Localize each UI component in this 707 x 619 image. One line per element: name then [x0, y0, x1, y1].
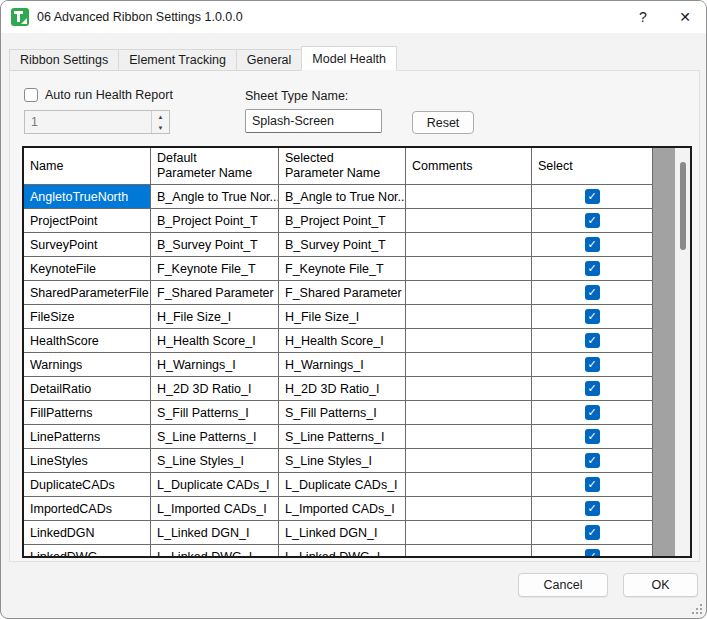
- cell-comments[interactable]: [406, 281, 532, 305]
- titlebar[interactable]: 06 Advanced Ribbon Settings 1.0.0.0 ? ✕: [1, 1, 706, 33]
- cell-name[interactable]: FillPatterns: [24, 401, 151, 425]
- cell-name[interactable]: FileSize: [24, 305, 151, 329]
- cell-comments[interactable]: [406, 185, 532, 209]
- tab-element-tracking[interactable]: Element Tracking: [118, 49, 237, 71]
- vertical-scrollbar[interactable]: [675, 148, 690, 556]
- cancel-button[interactable]: Cancel: [518, 573, 608, 597]
- table-row[interactable]: LineStylesS_Line Styles_IS_Line Styles_I…: [24, 449, 690, 473]
- cell-name[interactable]: SurveyPoint: [24, 233, 151, 257]
- cell-selected-parameter-name[interactable]: L_Linked DGN_I: [279, 521, 406, 545]
- cell-default-parameter-name[interactable]: S_Line Styles_I: [151, 449, 279, 473]
- row-select-checkbox[interactable]: ✓: [585, 237, 600, 252]
- cell-comments[interactable]: [406, 449, 532, 473]
- tab-ribbon-settings[interactable]: Ribbon Settings: [9, 49, 119, 71]
- cell-comments[interactable]: [406, 545, 532, 558]
- cell-selected-parameter-name[interactable]: S_Line Styles_I: [279, 449, 406, 473]
- row-select-checkbox[interactable]: ✓: [585, 261, 600, 276]
- sheet-type-name-input[interactable]: [245, 109, 382, 133]
- auto-run-checkbox[interactable]: Auto run Health Report: [24, 88, 173, 102]
- cell-comments[interactable]: [406, 425, 532, 449]
- table-row[interactable]: WarningsH_Warnings_IH_Warnings_I✓: [24, 353, 690, 377]
- header-cell-comments[interactable]: Comments: [406, 148, 532, 185]
- table-row[interactable]: AngletoTrueNorthB_Angle to True Nor...B_…: [24, 185, 690, 209]
- table-row[interactable]: FillPatternsS_Fill Patterns_IS_Fill Patt…: [24, 401, 690, 425]
- cell-default-parameter-name[interactable]: L_Linked DWG_I: [151, 545, 279, 558]
- cell-name[interactable]: Warnings: [24, 353, 151, 377]
- row-select-checkbox[interactable]: ✓: [585, 357, 600, 372]
- table-row[interactable]: LinePatternsS_Line Patterns_IS_Line Patt…: [24, 425, 690, 449]
- cell-selected-parameter-name[interactable]: H_Warnings_I: [279, 353, 406, 377]
- cell-name[interactable]: ProjectPoint: [24, 209, 151, 233]
- table-row[interactable]: LinkedDGNL_Linked DGN_IL_Linked DGN_I✓: [24, 521, 690, 545]
- table-row[interactable]: ProjectPointB_Project Point_TB_Project P…: [24, 209, 690, 233]
- cell-default-parameter-name[interactable]: S_Fill Patterns_I: [151, 401, 279, 425]
- cell-selected-parameter-name[interactable]: F_Keynote File_T: [279, 257, 406, 281]
- spinner-down-button[interactable]: ▼: [152, 122, 169, 133]
- row-select-checkbox[interactable]: ✓: [585, 309, 600, 324]
- tab-model-health[interactable]: Model Health: [301, 46, 397, 71]
- cell-comments[interactable]: [406, 473, 532, 497]
- cell-default-parameter-name[interactable]: H_Warnings_I: [151, 353, 279, 377]
- ok-button[interactable]: OK: [623, 573, 698, 597]
- cell-default-parameter-name[interactable]: L_Imported CADs_I: [151, 497, 279, 521]
- header-cell-selected-parameter-name[interactable]: Selected Parameter Name: [279, 148, 406, 185]
- cell-selected-parameter-name[interactable]: B_Angle to True Nor...: [279, 185, 406, 209]
- header-cell-name[interactable]: Name: [24, 148, 151, 185]
- cell-comments[interactable]: [406, 353, 532, 377]
- cell-comments[interactable]: [406, 497, 532, 521]
- row-select-checkbox[interactable]: ✓: [585, 285, 600, 300]
- cell-comments[interactable]: [406, 257, 532, 281]
- row-select-checkbox[interactable]: ✓: [585, 477, 600, 492]
- row-select-checkbox[interactable]: ✓: [585, 525, 600, 540]
- row-select-checkbox[interactable]: ✓: [585, 189, 600, 204]
- row-select-checkbox[interactable]: ✓: [585, 549, 600, 558]
- cell-default-parameter-name[interactable]: H_File Size_I: [151, 305, 279, 329]
- cell-name[interactable]: LineStyles: [24, 449, 151, 473]
- table-row[interactable]: KeynoteFileF_Keynote File_TF_Keynote Fil…: [24, 257, 690, 281]
- row-select-checkbox[interactable]: ✓: [585, 453, 600, 468]
- cell-name[interactable]: SharedParameterFile: [24, 281, 151, 305]
- cell-default-parameter-name[interactable]: L_Linked DGN_I: [151, 521, 279, 545]
- tab-general[interactable]: General: [236, 49, 302, 71]
- cell-selected-parameter-name[interactable]: L_Linked DWG_I: [279, 545, 406, 558]
- row-select-checkbox[interactable]: ✓: [585, 501, 600, 516]
- cell-selected-parameter-name[interactable]: H_File Size_I: [279, 305, 406, 329]
- cell-comments[interactable]: [406, 521, 532, 545]
- report-count-spinner[interactable]: 1 ▲ ▼: [24, 110, 170, 134]
- cell-selected-parameter-name[interactable]: B_Project Point_T: [279, 209, 406, 233]
- cell-default-parameter-name[interactable]: H_Health Score_I: [151, 329, 279, 353]
- table-row[interactable]: LinkedDWGL_Linked DWG_IL_Linked DWG_I✓: [24, 545, 690, 558]
- cell-comments[interactable]: [406, 401, 532, 425]
- table-row[interactable]: FileSizeH_File Size_IH_File Size_I✓: [24, 305, 690, 329]
- close-button[interactable]: ✕: [664, 1, 706, 33]
- cell-default-parameter-name[interactable]: B_Angle to True Nor...: [151, 185, 279, 209]
- table-row[interactable]: SurveyPointB_Survey Point_TB_Survey Poin…: [24, 233, 690, 257]
- table-row[interactable]: DetailRatioH_2D 3D Ratio_IH_2D 3D Ratio_…: [24, 377, 690, 401]
- cell-name[interactable]: DetailRatio: [24, 377, 151, 401]
- cell-default-parameter-name[interactable]: S_Line Patterns_I: [151, 425, 279, 449]
- reset-button[interactable]: Reset: [412, 111, 474, 134]
- row-select-checkbox[interactable]: ✓: [585, 429, 600, 444]
- cell-name[interactable]: LinkedDWG: [24, 545, 151, 558]
- cell-name[interactable]: HealthScore: [24, 329, 151, 353]
- table-row[interactable]: SharedParameterFileF_Shared Parameter ..…: [24, 281, 690, 305]
- cell-default-parameter-name[interactable]: F_Shared Parameter ...: [151, 281, 279, 305]
- scrollbar-thumb[interactable]: [680, 162, 686, 250]
- cell-default-parameter-name[interactable]: L_Duplicate CADs_I: [151, 473, 279, 497]
- cell-default-parameter-name[interactable]: B_Project Point_T: [151, 209, 279, 233]
- cell-selected-parameter-name[interactable]: H_2D 3D Ratio_I: [279, 377, 406, 401]
- cell-selected-parameter-name[interactable]: B_Survey Point_T: [279, 233, 406, 257]
- table-row[interactable]: ImportedCADsL_Imported CADs_IL_Imported …: [24, 497, 690, 521]
- row-select-checkbox[interactable]: ✓: [585, 213, 600, 228]
- cell-comments[interactable]: [406, 209, 532, 233]
- cell-selected-parameter-name[interactable]: S_Fill Patterns_I: [279, 401, 406, 425]
- cell-comments[interactable]: [406, 329, 532, 353]
- header-cell-default-parameter-name[interactable]: Default Parameter Name: [151, 148, 279, 185]
- cell-selected-parameter-name[interactable]: L_Duplicate CADs_I: [279, 473, 406, 497]
- row-select-checkbox[interactable]: ✓: [585, 381, 600, 396]
- cell-name[interactable]: DuplicateCADs: [24, 473, 151, 497]
- row-select-checkbox[interactable]: ✓: [585, 405, 600, 420]
- resize-grip-icon[interactable]: [692, 604, 694, 606]
- cell-name[interactable]: ImportedCADs: [24, 497, 151, 521]
- row-select-checkbox[interactable]: ✓: [585, 333, 600, 348]
